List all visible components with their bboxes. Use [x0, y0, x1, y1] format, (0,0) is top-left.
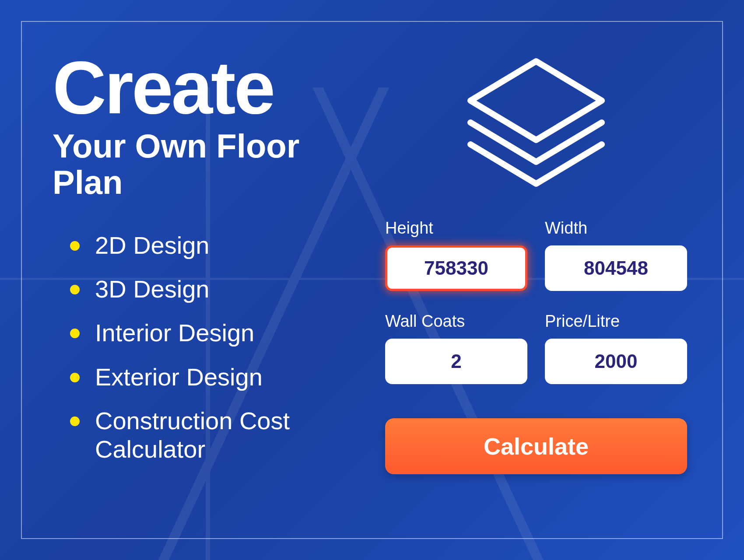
- price-field: Price/Litre: [545, 312, 687, 384]
- bullet-icon: [70, 329, 80, 338]
- feature-item: 3D Design: [70, 275, 363, 303]
- bullet-icon: [70, 416, 80, 426]
- calculator-form: Height Width Wall Coats Price/Litre Calc…: [381, 219, 691, 474]
- feature-label: Interior Design: [95, 319, 254, 347]
- right-column: Height Width Wall Coats Price/Litre Calc…: [381, 48, 691, 512]
- layers-icon: [457, 52, 615, 192]
- calculate-button[interactable]: Calculate: [385, 418, 687, 474]
- coats-label: Wall Coats: [385, 312, 527, 331]
- feature-label: 3D Design: [95, 275, 209, 303]
- width-field: Width: [545, 219, 687, 291]
- height-field: Height: [385, 219, 527, 291]
- height-label: Height: [385, 219, 527, 238]
- feature-item: Interior Design: [70, 319, 363, 347]
- feature-item: Construction Cost Calculator: [70, 407, 363, 463]
- main-frame: Create Your Own Floor Plan 2D Design 3D …: [21, 21, 723, 539]
- bullet-icon: [70, 241, 80, 251]
- svg-marker-0: [470, 61, 602, 140]
- feature-label: Exterior Design: [95, 363, 263, 391]
- feature-label: 2D Design: [95, 231, 209, 259]
- height-input[interactable]: [385, 245, 527, 291]
- coats-input[interactable]: [385, 339, 527, 384]
- bullet-icon: [70, 285, 80, 294]
- price-label: Price/Litre: [545, 312, 687, 331]
- price-input[interactable]: [545, 339, 687, 384]
- hero-subtitle: Your Own Floor Plan: [53, 128, 363, 201]
- feature-item: 2D Design: [70, 231, 363, 259]
- width-input[interactable]: [545, 245, 687, 291]
- feature-item: Exterior Design: [70, 363, 363, 391]
- left-column: Create Your Own Floor Plan 2D Design 3D …: [53, 48, 363, 512]
- width-label: Width: [545, 219, 687, 238]
- coats-field: Wall Coats: [385, 312, 527, 384]
- feature-label: Construction Cost Calculator: [95, 407, 363, 463]
- bullet-icon: [70, 373, 80, 382]
- hero-title: Create: [53, 52, 363, 123]
- feature-list: 2D Design 3D Design Interior Design Exte…: [53, 231, 363, 463]
